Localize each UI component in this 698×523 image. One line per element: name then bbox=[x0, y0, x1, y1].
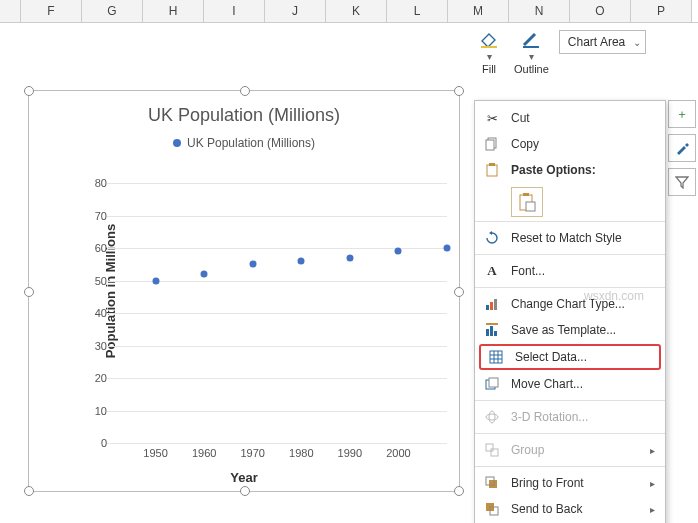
x-tick: 1950 bbox=[136, 447, 176, 459]
col-J[interactable]: J bbox=[265, 0, 326, 22]
resize-handle[interactable] bbox=[454, 86, 464, 96]
watermark: wsxdn.com bbox=[584, 289, 644, 303]
svg-rect-14 bbox=[494, 331, 497, 336]
col-P[interactable]: P bbox=[631, 0, 692, 22]
col-O[interactable]: O bbox=[570, 0, 631, 22]
y-tick: 80 bbox=[83, 177, 107, 189]
chevron-down-icon: ⌄ bbox=[633, 37, 641, 48]
x-tick: 1990 bbox=[330, 447, 370, 459]
col-N[interactable]: N bbox=[509, 0, 570, 22]
y-tick: 50 bbox=[83, 275, 107, 287]
ctx-save-template[interactable]: Save as Template... bbox=[475, 317, 665, 343]
outline-label: Outline bbox=[514, 63, 549, 75]
y-tick: 40 bbox=[83, 307, 107, 319]
y-tick: 10 bbox=[83, 405, 107, 417]
outline-icon bbox=[520, 30, 542, 50]
resize-handle[interactable] bbox=[454, 486, 464, 496]
context-menu: ✂ Cut Copy Paste Options: Reset to Match… bbox=[474, 100, 666, 523]
resize-handle[interactable] bbox=[240, 86, 250, 96]
col-K[interactable]: K bbox=[326, 0, 387, 22]
chart-format-ribbon: ▾ Fill ▾ Outline Chart Area ⌄ bbox=[474, 28, 674, 77]
data-point[interactable] bbox=[444, 245, 451, 252]
svg-rect-10 bbox=[490, 302, 493, 310]
col-G[interactable]: G bbox=[82, 0, 143, 22]
col-I[interactable]: I bbox=[204, 0, 265, 22]
ctx-font[interactable]: A Font... bbox=[475, 258, 665, 284]
svg-rect-7 bbox=[523, 193, 529, 196]
col-F[interactable]: F bbox=[21, 0, 82, 22]
svg-rect-8 bbox=[526, 202, 535, 211]
ctx-copy[interactable]: Copy bbox=[475, 131, 665, 157]
data-point[interactable] bbox=[395, 248, 402, 255]
svg-rect-26 bbox=[489, 480, 497, 488]
fill-button[interactable]: ▾ Fill bbox=[474, 28, 504, 77]
copy-icon bbox=[483, 136, 501, 152]
y-tick: 30 bbox=[83, 340, 107, 352]
resize-handle[interactable] bbox=[240, 486, 250, 496]
ctx-3d-rotation: 3-D Rotation... bbox=[475, 404, 665, 430]
rotation-icon bbox=[483, 409, 501, 425]
font-icon: A bbox=[483, 263, 501, 279]
svg-point-22 bbox=[486, 414, 498, 420]
svg-rect-25 bbox=[491, 449, 498, 456]
svg-rect-4 bbox=[487, 165, 497, 176]
col-L[interactable]: L bbox=[387, 0, 448, 22]
legend-marker-icon bbox=[173, 139, 181, 147]
ctx-select-data[interactable]: Select Data... bbox=[479, 344, 661, 370]
chart-title[interactable]: UK Population (Millions) bbox=[29, 105, 459, 126]
chart-area[interactable]: UK Population (Millions) UK Population (… bbox=[28, 90, 460, 492]
plot-area[interactable]: 0102030405060708019501960197019801990200… bbox=[107, 183, 447, 443]
svg-rect-1 bbox=[523, 46, 539, 48]
svg-rect-3 bbox=[486, 140, 494, 150]
ctx-bring-front[interactable]: Bring to Front ▸ bbox=[475, 470, 665, 496]
svg-rect-5 bbox=[489, 163, 495, 166]
y-tick: 20 bbox=[83, 372, 107, 384]
data-point[interactable] bbox=[201, 271, 208, 278]
paste-option-button[interactable] bbox=[511, 187, 543, 217]
send-back-icon bbox=[483, 501, 501, 517]
submenu-arrow-icon: ▸ bbox=[650, 504, 655, 515]
funnel-icon bbox=[675, 175, 689, 189]
svg-rect-21 bbox=[489, 378, 498, 387]
data-point[interactable] bbox=[298, 258, 305, 265]
submenu-arrow-icon: ▸ bbox=[650, 445, 655, 456]
ctx-send-back[interactable]: Send to Back ▸ bbox=[475, 496, 665, 522]
ctx-move-chart[interactable]: Move Chart... bbox=[475, 371, 665, 397]
x-axis-label[interactable]: Year bbox=[230, 470, 257, 485]
group-icon bbox=[483, 442, 501, 458]
y-tick: 70 bbox=[83, 210, 107, 222]
save-template-icon bbox=[483, 322, 501, 338]
ctx-cut[interactable]: ✂ Cut bbox=[475, 105, 665, 131]
brush-icon bbox=[674, 140, 690, 156]
chart-filter-button[interactable] bbox=[668, 168, 696, 196]
chart-legend[interactable]: UK Population (Millions) bbox=[29, 136, 459, 150]
resize-handle[interactable] bbox=[24, 486, 34, 496]
resize-handle[interactable] bbox=[24, 86, 34, 96]
svg-rect-12 bbox=[486, 329, 489, 336]
x-tick: 1960 bbox=[184, 447, 224, 459]
resize-handle[interactable] bbox=[24, 287, 34, 297]
y-tick: 60 bbox=[83, 242, 107, 254]
plus-icon: ＋ bbox=[676, 106, 688, 123]
ctx-reset-style[interactable]: Reset to Match Style bbox=[475, 225, 665, 251]
chart-elements-button[interactable]: ＋ bbox=[668, 100, 696, 128]
svg-rect-9 bbox=[486, 305, 489, 310]
data-point[interactable] bbox=[346, 254, 353, 261]
data-point[interactable] bbox=[249, 261, 256, 268]
col-M[interactable]: M bbox=[448, 0, 509, 22]
reset-icon bbox=[483, 230, 501, 246]
svg-rect-13 bbox=[490, 326, 493, 336]
data-point[interactable] bbox=[152, 277, 159, 284]
svg-rect-15 bbox=[490, 351, 502, 363]
outline-button[interactable]: ▾ Outline bbox=[510, 28, 553, 77]
select-data-icon bbox=[487, 349, 505, 365]
resize-handle[interactable] bbox=[454, 287, 464, 297]
chart-styles-button[interactable] bbox=[668, 134, 696, 162]
scissors-icon: ✂ bbox=[483, 110, 501, 126]
chart-element-selector[interactable]: Chart Area ⌄ bbox=[559, 30, 646, 54]
move-chart-icon bbox=[483, 376, 501, 392]
svg-rect-11 bbox=[494, 299, 497, 310]
col-H[interactable]: H bbox=[143, 0, 204, 22]
bring-front-icon bbox=[483, 475, 501, 491]
svg-rect-24 bbox=[486, 444, 493, 451]
